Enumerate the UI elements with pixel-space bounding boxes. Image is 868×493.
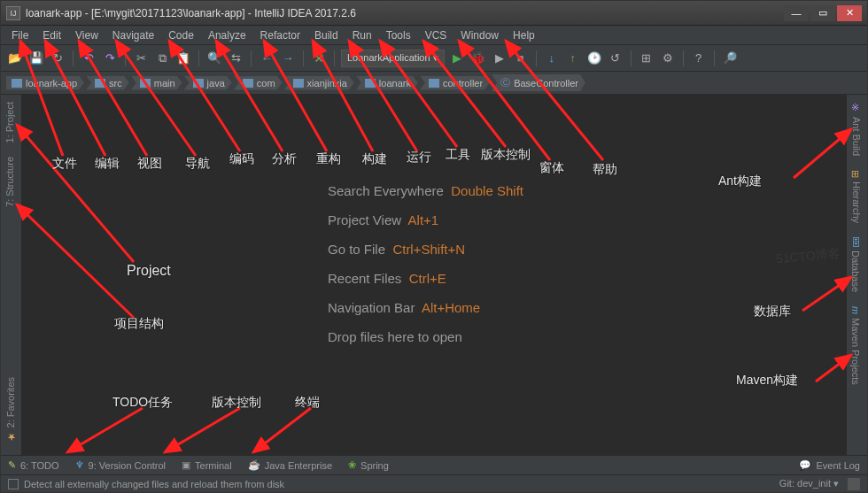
copy-icon[interactable]: ⧉ [153, 50, 171, 67]
menu-code[interactable]: Code [161, 29, 201, 42]
git-branch[interactable]: Git: dev_init ▾ [779, 478, 839, 489]
help-icon[interactable]: ? [690, 50, 708, 67]
vcs-revert-icon[interactable]: ↺ [607, 50, 624, 67]
coverage-icon[interactable]: ▶ [491, 50, 508, 67]
build-icon[interactable]: ⚒ [310, 50, 328, 67]
tab-database[interactable]: 🗄Database [847, 230, 864, 299]
tab-java-enterprise[interactable]: ☕Java Enterprise [248, 459, 332, 471]
search-everywhere-icon[interactable]: 🔎 [721, 50, 739, 67]
crumb-class[interactable]: ⒸBaseController [492, 74, 585, 91]
run-icon[interactable]: ▶ [448, 50, 466, 67]
tab-version-control[interactable]: ♆9: Version Control [75, 459, 166, 471]
tab-ant-build[interactable]: ※Ant Build [847, 95, 865, 163]
close-button[interactable]: ✕ [837, 5, 862, 21]
paste-icon[interactable]: 📋 [174, 50, 192, 67]
app-icon: IJ [6, 6, 20, 20]
run-config-selector[interactable]: LoanarkApplication ▾ [341, 50, 445, 67]
crumb-main[interactable]: main [131, 76, 182, 90]
menu-view[interactable]: View [68, 29, 105, 42]
welcome-hints: Search Everywhere Double Shift Project V… [328, 183, 523, 358]
crumb-src[interactable]: src [86, 76, 129, 90]
debug-icon[interactable]: 🐞 [469, 50, 487, 67]
menu-run[interactable]: Run [345, 29, 379, 42]
tab-terminal[interactable]: ▣Terminal [182, 459, 232, 471]
menu-window[interactable]: Window [453, 29, 506, 42]
menu-analyze[interactable]: Analyze [201, 29, 253, 42]
crumb-com[interactable]: com [234, 76, 283, 90]
tab-maven[interactable]: mMaven Projects [847, 299, 864, 392]
right-tool-gutter: ※Ant Build ⊞Hierarchy 🗄Database mMaven P… [846, 95, 867, 455]
status-message: Detect all externally changed files and … [24, 479, 284, 489]
replace-icon[interactable]: ⇆ [227, 50, 244, 67]
menu-file[interactable]: File [4, 29, 35, 42]
tab-event-log[interactable]: 💬Event Log [799, 459, 860, 471]
crumb-java[interactable]: java [184, 76, 232, 90]
crumb-loanark[interactable]: loanark [356, 76, 418, 90]
maximize-button[interactable]: ▭ [810, 5, 835, 21]
window-title: loanark-app - [E:\mygit\20171123\loanark… [26, 7, 784, 19]
find-icon[interactable]: 🔍 [205, 50, 223, 67]
left-tool-gutter: 1: Project 7: Structure ★2: Favorites [1, 95, 22, 455]
menu-help[interactable]: Help [506, 29, 542, 42]
open-icon[interactable]: 📂 [6, 50, 24, 67]
menu-navigate[interactable]: Navigate [105, 29, 161, 42]
structure-icon[interactable]: ⊞ [638, 50, 655, 67]
save-all-icon[interactable]: 💾 [27, 50, 45, 67]
tab-favorites[interactable]: ★2: Favorites [1, 370, 19, 450]
breadcrumb: loanark-app src main java com xianjinxia… [1, 72, 867, 95]
menu-edit[interactable]: Edit [35, 29, 68, 42]
menu-build[interactable]: Build [307, 29, 345, 42]
tab-project[interactable]: 1: Project [1, 95, 19, 150]
redo-icon[interactable]: ↷ [101, 50, 119, 67]
tab-hierarchy[interactable]: ⊞Hierarchy [847, 163, 865, 230]
stop-icon[interactable]: ■ [512, 50, 530, 67]
vcs-commit-icon[interactable]: ↑ [564, 50, 582, 67]
cut-icon[interactable]: ✂ [132, 50, 150, 67]
back-icon[interactable]: ← [258, 50, 275, 67]
menubar: File Edit View Navigate Code Analyze Ref… [1, 26, 867, 45]
tab-todo[interactable]: ✎6: TODO [8, 459, 59, 471]
vcs-history-icon[interactable]: 🕑 [585, 50, 603, 67]
menu-tools[interactable]: Tools [379, 29, 418, 42]
crumb-controller[interactable]: controller [420, 76, 490, 90]
menu-refactor[interactable]: Refactor [253, 29, 307, 42]
tab-structure[interactable]: 7: Structure [1, 150, 19, 214]
statusbar: Detect all externally changed files and … [1, 474, 867, 492]
status-checkbox[interactable] [8, 479, 19, 489]
toolbar: 📂 💾 ↻ ↶ ↷ ✂ ⧉ 📋 🔍 ⇆ ← → ⚒ LoanarkApplica… [1, 45, 867, 72]
undo-icon[interactable]: ↶ [80, 50, 97, 67]
forward-icon[interactable]: → [279, 50, 297, 67]
refresh-icon[interactable]: ↻ [49, 50, 66, 67]
bottom-tool-tabs: ✎6: TODO ♆9: Version Control ▣Terminal ☕… [1, 455, 867, 474]
tab-spring[interactable]: ❀Spring [348, 459, 389, 471]
editor-empty-state: Search Everywhere Double Shift Project V… [22, 95, 846, 455]
minimize-button[interactable]: — [784, 5, 809, 21]
sdk-icon[interactable]: ⚙ [659, 50, 677, 67]
vcs-update-icon[interactable]: ↓ [543, 50, 561, 67]
menu-vcs[interactable]: VCS [418, 29, 454, 42]
crumb-root[interactable]: loanark-app [6, 76, 84, 90]
crumb-xianjinxia[interactable]: xianjinxia [284, 76, 354, 90]
titlebar: IJ loanark-app - [E:\mygit\20171123\loan… [1, 1, 867, 26]
lock-icon[interactable] [848, 478, 860, 490]
